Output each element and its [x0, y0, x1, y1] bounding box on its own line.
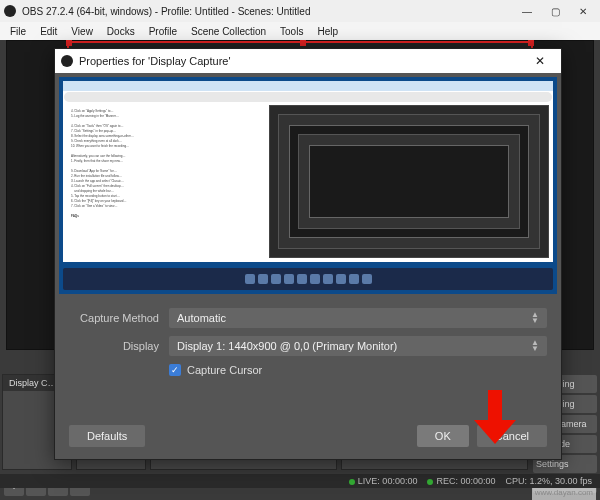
properties-dialog: Properties for 'Display Capture' ✕ 4. Cl… [54, 48, 562, 460]
chevron-updown-icon: ▲▼ [531, 340, 539, 352]
menu-help[interactable]: Help [311, 26, 344, 37]
dialog-form: Capture Method Automatic ▲▼ Display Disp… [55, 298, 561, 417]
preview-taskbar [63, 268, 553, 290]
cancel-button[interactable]: Cancel [477, 425, 547, 447]
close-icon[interactable]: ✕ [570, 2, 596, 20]
resize-handle-icon[interactable] [66, 40, 72, 46]
menu-docks[interactable]: Docks [101, 26, 141, 37]
menu-edit[interactable]: Edit [34, 26, 63, 37]
defaults-button[interactable]: Defaults [69, 425, 145, 447]
obs-logo-icon [61, 55, 73, 67]
dialog-title: Properties for 'Display Capture' [79, 55, 525, 67]
menu-file[interactable]: File [4, 26, 32, 37]
minimize-icon[interactable]: — [514, 2, 540, 20]
dialog-button-row: Defaults OK Cancel [55, 417, 561, 459]
menu-tools[interactable]: Tools [274, 26, 309, 37]
chevron-updown-icon: ▲▼ [531, 312, 539, 324]
display-value: Display 1: 1440x900 @ 0,0 (Primary Monit… [177, 340, 397, 352]
status-bar: LIVE: 00:00:00 REC: 00:00:00 CPU: 1.2%, … [0, 474, 600, 488]
main-titlebar: OBS 27.2.4 (64-bit, windows) - Profile: … [0, 0, 600, 22]
window-title: OBS 27.2.4 (64-bit, windows) - Profile: … [22, 6, 514, 17]
ok-button[interactable]: OK [417, 425, 469, 447]
dialog-titlebar[interactable]: Properties for 'Display Capture' ✕ [55, 49, 561, 73]
source-preview: 4. Click on "Apply Settings" to…5. Log t… [55, 73, 561, 298]
display-label: Display [69, 340, 159, 352]
main-menubar: File Edit View Docks Profile Scene Colle… [0, 22, 600, 40]
resize-handle-icon[interactable] [300, 40, 306, 46]
menu-view[interactable]: View [65, 26, 99, 37]
status-live: LIVE: 00:00:00 [349, 476, 418, 486]
capture-method-select[interactable]: Automatic ▲▼ [169, 308, 547, 328]
display-select[interactable]: Display 1: 1440x900 @ 0,0 (Primary Monit… [169, 336, 547, 356]
capture-method-value: Automatic [177, 312, 226, 324]
status-rec: REC: 00:00:00 [427, 476, 495, 486]
menu-scene-collection[interactable]: Scene Collection [185, 26, 272, 37]
status-cpu: CPU: 1.2%, 30.00 fps [505, 476, 592, 486]
resize-handle-icon[interactable] [528, 40, 534, 46]
dialog-close-icon[interactable]: ✕ [525, 54, 555, 68]
maximize-icon[interactable]: ▢ [542, 2, 568, 20]
capture-cursor-checkbox[interactable]: ✓ Capture Cursor [169, 364, 547, 376]
menu-profile[interactable]: Profile [143, 26, 183, 37]
preview-browser-window: 4. Click on "Apply Settings" to…5. Log t… [63, 81, 553, 262]
capture-method-label: Capture Method [69, 312, 159, 324]
obs-logo-icon [4, 5, 16, 17]
watermark: www.dayan.com [532, 488, 596, 500]
capture-cursor-label: Capture Cursor [187, 364, 262, 376]
checkmark-icon: ✓ [169, 364, 181, 376]
